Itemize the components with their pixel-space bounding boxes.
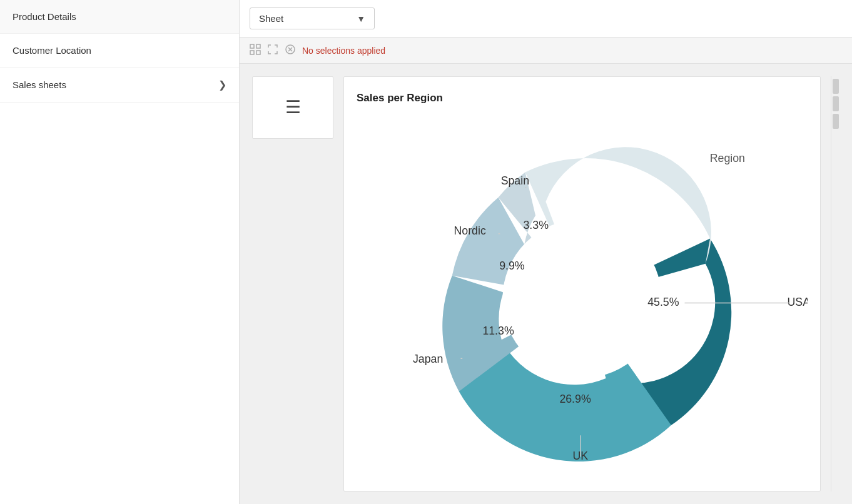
donut-chart-svg: 45.5% 26.9% 11.3% 9.9% 3.3% Region USA [357, 111, 808, 470]
sheet-dropdown[interactable]: Sheet ▼ [250, 8, 375, 29]
usa-percentage-label: 45.5% [647, 296, 679, 308]
svg-rect-3 [256, 51, 260, 54]
sidebar-item-label: Customer Location [13, 45, 91, 56]
chart-title: Sales per Region [357, 92, 808, 104]
nordic-percentage-label: 9.9% [499, 260, 525, 272]
scroll-indicator-1[interactable] [833, 79, 839, 94]
select-expand2-icon[interactable] [267, 44, 278, 58]
spain-percentage-label: 3.3% [523, 219, 549, 231]
right-scroll-panel [831, 76, 839, 491]
spain-external-label: Spain [501, 174, 529, 187]
menu-card[interactable]: ☰ [252, 76, 333, 139]
sheet-dropdown-label: Sheet [259, 13, 283, 24]
sidebar-item-sales-sheets[interactable]: Sales sheets ❯ [0, 68, 239, 103]
selections-bar: No selections applied [240, 38, 852, 64]
japan-external-label: Japan [413, 353, 443, 365]
svg-rect-1 [256, 44, 260, 48]
dropdown-arrow-icon: ▼ [357, 14, 365, 24]
chevron-right-icon: ❯ [218, 79, 226, 91]
svg-rect-2 [250, 51, 254, 54]
donut-hole [502, 219, 661, 378]
hamburger-icon: ☰ [285, 99, 301, 116]
no-selections-text: No selections applied [302, 46, 385, 56]
scroll-indicator-2[interactable] [833, 96, 839, 111]
toolbar: Sheet ▼ [240, 0, 852, 38]
sidebar-item-product-details[interactable]: Product Details [0, 0, 239, 34]
sidebar-item-label: Product Details [13, 11, 76, 22]
sidebar: Product Details Customer Location Sales … [0, 0, 240, 504]
sidebar-item-customer-location[interactable]: Customer Location [0, 34, 239, 68]
content-area: ☰ Sales per Region [240, 64, 852, 504]
select-expand-icon[interactable] [250, 44, 261, 58]
region-legend-label: Region [710, 152, 745, 164]
nordic-external-label: Nordic [454, 224, 486, 237]
svg-rect-0 [250, 44, 254, 48]
main-content: Sheet ▼ [240, 0, 852, 504]
usa-external-label: USA [788, 296, 808, 308]
select-clear-icon[interactable] [285, 44, 296, 58]
chart-area: Sales per Region [343, 76, 821, 491]
scroll-indicator-3[interactable] [833, 114, 839, 129]
japan-percentage-label: 11.3% [482, 325, 514, 337]
sidebar-item-label: Sales sheets [13, 79, 66, 90]
uk-percentage-label: 26.9% [559, 393, 591, 405]
